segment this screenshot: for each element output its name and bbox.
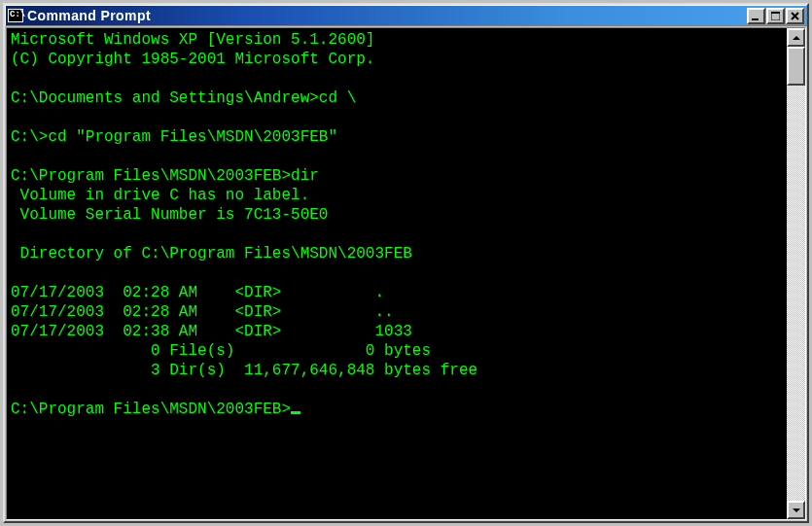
scrollbar-track[interactable]: [787, 47, 805, 501]
window-title: Command Prompt: [27, 8, 747, 23]
cmd-icon: C:\: [8, 9, 23, 22]
cursor: [291, 411, 300, 414]
svg-rect-2: [771, 12, 780, 14]
minimize-button[interactable]: [747, 8, 765, 24]
command-prompt-window: C:\ Command Prompt Microsoft Windows XP …: [3, 3, 809, 523]
vertical-scrollbar[interactable]: [787, 28, 805, 519]
minimize-icon: [752, 12, 760, 20]
scroll-up-button[interactable]: [787, 28, 805, 47]
maximize-button[interactable]: [766, 8, 785, 24]
chevron-up-icon: [793, 36, 800, 40]
console-area: Microsoft Windows XP [Version 5.1.2600] …: [6, 27, 806, 520]
window-buttons: [747, 8, 804, 24]
close-button[interactable]: [786, 8, 804, 24]
scrollbar-thumb[interactable]: [787, 47, 805, 86]
svg-rect-0: [752, 18, 759, 20]
maximize-icon: [771, 12, 780, 20]
titlebar[interactable]: C:\ Command Prompt: [5, 5, 807, 26]
scroll-down-button[interactable]: [787, 501, 805, 519]
close-icon: [791, 12, 799, 20]
chevron-down-icon: [793, 508, 800, 512]
console-output[interactable]: Microsoft Windows XP [Version 5.1.2600] …: [7, 28, 787, 519]
